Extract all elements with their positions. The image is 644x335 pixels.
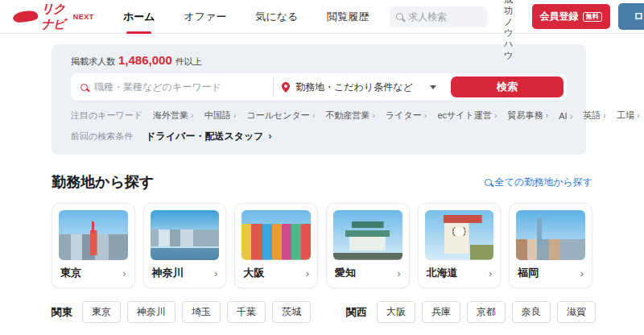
pref-chip[interactable]: 埼玉 <box>182 301 221 323</box>
keyword-link[interactable]: ライター <box>386 110 427 122</box>
search-icon <box>485 179 492 186</box>
nav-tab-bookmarks[interactable]: 気になる <box>241 0 312 34</box>
map-pin-icon <box>282 82 290 93</box>
location-dropdown[interactable]: 勤務地・こだわり条件など <box>274 81 444 94</box>
keyword-segment[interactable] <box>71 81 273 93</box>
rikunabi-logo[interactable]: リクナビ NEXT <box>13 2 94 32</box>
top-header: リクナビ NEXT ホーム オファー 気になる 閲覧履歴 転職成功ノウハウ 会員… <box>0 0 644 34</box>
chevron-down-icon <box>430 85 436 89</box>
main-nav: ホーム オファー 気になる 閲覧履歴 <box>109 0 383 34</box>
pref-chip[interactable]: 千葉 <box>227 301 266 323</box>
keyword-link[interactable]: AI <box>559 111 572 121</box>
pref-chip[interactable]: 東京 <box>82 301 121 323</box>
keyword-link[interactable]: ecサイト運営 <box>437 110 497 122</box>
nav-tab-history[interactable]: 閲覧履歴 <box>312 0 383 34</box>
pref-chip[interactable]: 滋賀 <box>557 301 596 323</box>
region-card-tokyo[interactable]: 東京 › <box>52 203 135 288</box>
region-card-kanagawa[interactable]: 神奈川 › <box>143 203 227 288</box>
all-locations-link[interactable]: 全ての勤務地から探す <box>485 176 592 189</box>
kanagawa-photo <box>151 210 220 260</box>
region-card-label: 北海道 <box>427 266 458 280</box>
signup-label: 会員登録 <box>540 10 579 23</box>
area-group-kansai: 関西 大阪 兵庫 京都 奈良 滋賀 <box>346 301 596 323</box>
search-icon <box>80 84 88 91</box>
region-card-aichi[interactable]: 愛知 › <box>326 203 410 288</box>
osaka-photo <box>242 210 311 260</box>
chevron-right-icon: › <box>214 267 217 279</box>
keyword-link[interactable]: 英語 <box>583 110 606 122</box>
hero-search-panel: 掲載求人数 1,486,000 件以上 勤務地・こだわり条件など 検索 注目のキ… <box>52 44 586 155</box>
pref-chip[interactable]: 兵庫 <box>422 301 460 323</box>
region-card-hokkaido[interactable]: 北海道 › <box>418 203 502 288</box>
job-count: 掲載求人数 1,486,000 件以上 <box>71 53 567 68</box>
region-card-osaka[interactable]: 大阪 › <box>234 203 318 288</box>
pref-chip[interactable]: 京都 <box>467 301 506 323</box>
chevron-right-icon: › <box>397 267 400 279</box>
header-search-input[interactable] <box>408 11 481 23</box>
pref-chip[interactable]: 大阪 <box>377 301 415 323</box>
logo-text: リクナビ <box>41 2 70 32</box>
search-icon <box>396 13 403 20</box>
signup-button[interactable]: 会員登録 無料 <box>532 4 610 29</box>
keyword-link[interactable]: 海外営業 <box>153 110 194 122</box>
header-job-search-box[interactable] <box>390 6 487 27</box>
job-count-label: 掲載求人数 <box>71 56 115 68</box>
keyword-link[interactable]: 不動産営業 <box>325 110 375 122</box>
free-badge: 無料 <box>583 12 602 22</box>
keyword-input[interactable] <box>94 81 263 93</box>
region-card-label: 神奈川 <box>152 266 184 280</box>
pref-chip[interactable]: 奈良 <box>512 301 551 323</box>
login-button[interactable]: ログイン <box>618 3 644 30</box>
area-group-kanto: 関東 東京 神奈川 埼玉 千葉 茨城 <box>52 301 311 323</box>
pref-chip[interactable]: 茨城 <box>272 301 311 323</box>
area-links-row-1: 関東 東京 神奈川 埼玉 千葉 茨城 関西 大阪 兵庫 京都 奈良 滋賀 <box>52 301 592 323</box>
featured-keywords-label: 注目のキーワード <box>71 110 142 122</box>
all-locations-label: 全ての勤務地から探す <box>495 176 592 189</box>
keyword-link[interactable]: コールセンター <box>246 110 315 122</box>
chevron-right-icon: › <box>489 267 492 279</box>
region-card-label: 大阪 <box>243 266 264 280</box>
region-card-label: 愛知 <box>335 266 356 280</box>
search-button[interactable]: 検索 <box>451 77 564 97</box>
job-count-value: 1,486,000 <box>118 53 172 67</box>
region-card-label: 東京 <box>60 266 81 280</box>
location-section-header: 勤務地から探す 全ての勤務地から探す <box>52 172 592 192</box>
featured-keywords-row: 注目のキーワード 海外営業 中国語 コールセンター 不動産営業 ライター ecサ… <box>71 110 567 122</box>
aichi-photo <box>333 210 402 260</box>
chevron-right-icon: › <box>580 267 584 279</box>
logo-swoosh-icon <box>12 10 39 23</box>
logo-suffix: NEXT <box>73 13 94 21</box>
location-placeholder: 勤務地・こだわり条件など <box>295 81 424 94</box>
job-count-suffix: 件以上 <box>175 56 202 68</box>
career-knowhow-link[interactable]: 転職成功ノウハウ <box>498 0 520 61</box>
region-cards: 東京 › 神奈川 › 大阪 › 愛知 › 北海道 › 福岡 <box>52 203 592 288</box>
page-title: 勤務地から探す <box>52 172 154 192</box>
last-search-row: 前回の検索条件 ドライバー・配送スタッフ <box>71 130 567 143</box>
region-card-fukuoka[interactable]: 福岡 › <box>509 203 592 288</box>
keyword-link[interactable]: 中国語 <box>204 110 237 122</box>
pref-chip[interactable]: 神奈川 <box>127 301 175 323</box>
nav-tab-offer[interactable]: オファー <box>169 0 241 34</box>
last-search-link[interactable]: ドライバー・配送スタッフ <box>146 130 271 143</box>
area-group-label: 関西 <box>346 305 367 320</box>
career-knowhow-label: 転職成功ノウハウ <box>504 0 521 61</box>
keyword-link[interactable]: 貿易事務 <box>508 110 549 122</box>
tokyo-photo <box>59 210 128 260</box>
hokkaido-photo <box>425 210 494 260</box>
fukuoka-photo <box>516 210 585 260</box>
chevron-right-icon: › <box>122 267 126 279</box>
region-card-label: 福岡 <box>518 266 539 280</box>
area-group-label: 関東 <box>52 305 72 320</box>
chevron-right-icon: › <box>306 267 309 279</box>
search-bar: 勤務地・こだわり条件など 検索 <box>71 73 567 101</box>
last-search-label: 前回の検索条件 <box>71 130 133 143</box>
nav-tab-home[interactable]: ホーム <box>109 0 170 34</box>
keyword-link[interactable]: 工場 <box>617 110 640 122</box>
